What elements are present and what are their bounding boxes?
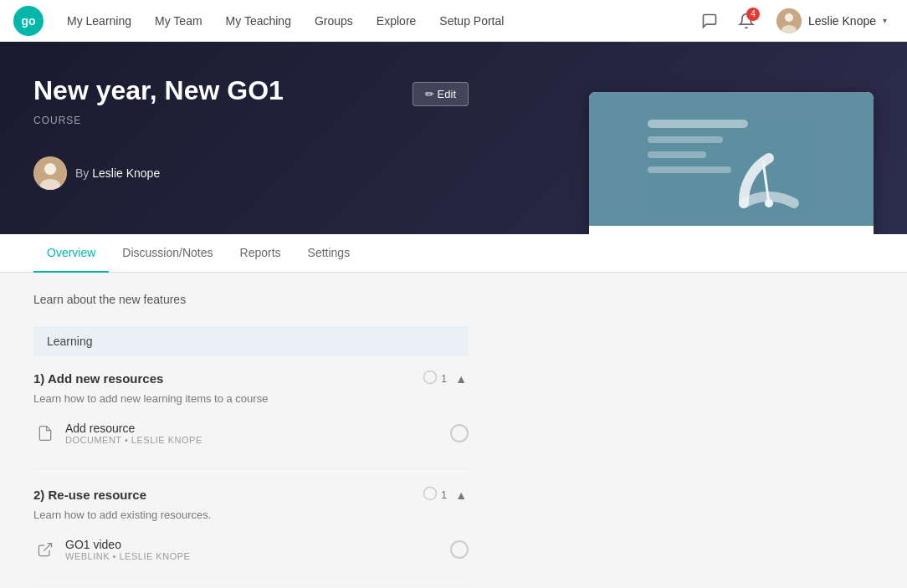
- tab-reports[interactable]: Reports: [227, 234, 295, 273]
- course-card: Share Assign ••• 0 assigned: [589, 92, 874, 234]
- user-menu-button[interactable]: Leslie Knope ▾: [770, 5, 894, 37]
- learning-item-1-desc: Learn how to add new learning items to a…: [33, 392, 469, 405]
- learning-section-header: Learning: [33, 326, 469, 356]
- learning-item-1: 1) Add new resources 1 ▲ Learn how to ad…: [33, 370, 469, 469]
- svg-point-23: [423, 488, 436, 500]
- circle-progress-icon: [423, 370, 438, 387]
- edit-button[interactable]: ✏ Edit: [413, 82, 469, 106]
- resource-2-info: GO1 video WEBLINK • LESLIE KNOPE: [65, 538, 190, 561]
- learning-item-2-desc: Learn how to add existing resources.: [33, 509, 469, 521]
- learning-item-1-title: 1) Add new resources: [33, 371, 163, 386]
- course-title: New year, New GO1: [33, 75, 284, 106]
- card-actions: Share Assign •••: [589, 226, 874, 234]
- svg-rect-6: [648, 120, 748, 128]
- resource-row-1: Add resource DOCUMENT • LESLIE KNOPE: [33, 415, 469, 452]
- resource-1-name: Add resource: [65, 422, 202, 435]
- nav-item-my-learning[interactable]: My Learning: [57, 9, 141, 33]
- resource-1-meta: DOCUMENT • LESLIE KNOPE: [65, 435, 202, 445]
- author-text: By Leslie Knope: [75, 166, 160, 180]
- resource-2-meta: WEBLINK • LESLIE KNOPE: [65, 551, 190, 561]
- learning-item-2: 2) Re-use resource 1 ▲ Learn how to add …: [33, 486, 469, 585]
- document-icon: [33, 422, 57, 445]
- nav-item-my-team[interactable]: My Team: [145, 9, 213, 33]
- chat-icon-button[interactable]: [696, 8, 723, 34]
- course-thumbnail: [589, 92, 874, 226]
- user-name-label: Leslie Knope: [808, 14, 876, 28]
- resource-row-2: GO1 video WEBLINK • LESLIE KNOPE: [33, 531, 469, 568]
- svg-point-22: [423, 371, 436, 384]
- learning-item-1-controls: 1 ▲: [423, 370, 469, 387]
- learning-item-1-header: 1) Add new resources 1 ▲: [33, 370, 469, 387]
- resource-left-1: Add resource DOCUMENT • LESLIE KNOPE: [33, 422, 202, 445]
- collapse-item-1-button[interactable]: ▲: [454, 371, 469, 387]
- nav-links: My Learning My Team My Teaching Groups E…: [57, 9, 696, 33]
- top-navigation: go My Learning My Team My Teaching Group…: [0, 0, 907, 42]
- resource-2-name: GO1 video: [65, 538, 190, 551]
- resource-2-completion-circle: [450, 540, 469, 559]
- svg-point-11: [765, 199, 773, 207]
- tab-overview[interactable]: Overview: [33, 234, 109, 273]
- course-description: Learn about the new features: [33, 293, 469, 306]
- notification-badge: 4: [746, 8, 760, 21]
- link-icon: [33, 538, 57, 561]
- svg-rect-9: [648, 166, 731, 173]
- resource-1-info: Add resource DOCUMENT • LESLIE KNOPE: [65, 422, 202, 445]
- tab-discussion[interactable]: Discussion/Notes: [109, 234, 226, 273]
- notification-icon-button[interactable]: 4: [733, 8, 760, 34]
- learning-item-2-header: 2) Re-use resource 1 ▲: [33, 486, 469, 504]
- user-avatar: [776, 8, 802, 33]
- collapse-item-2-button[interactable]: ▲: [454, 487, 469, 504]
- hero-section: New year, New GO1 COURSE ✏ Edit By Lesli…: [0, 42, 907, 234]
- learning-item-2-title: 2) Re-use resource: [33, 488, 146, 502]
- resource-1-completion-circle: [450, 424, 469, 442]
- nav-item-setup-portal[interactable]: Setup Portal: [429, 9, 514, 33]
- main-content: Learn about the new features Learning 1)…: [0, 273, 502, 588]
- svg-point-1: [785, 13, 793, 22]
- resource-left-2: GO1 video WEBLINK • LESLIE KNOPE: [33, 538, 190, 561]
- svg-rect-8: [648, 151, 706, 158]
- course-type-label: COURSE: [33, 115, 284, 126]
- learning-item-2-controls: 1 ▲: [423, 486, 469, 504]
- author-name: Leslie Knope: [92, 166, 160, 180]
- circle-progress-2-icon: [423, 486, 438, 504]
- nav-item-explore[interactable]: Explore: [366, 9, 426, 33]
- item-2-count: 1: [423, 486, 447, 504]
- user-menu-chevron-icon: ▾: [883, 16, 887, 25]
- item-1-count: 1: [423, 370, 447, 387]
- svg-point-4: [44, 163, 56, 175]
- app-logo[interactable]: go: [13, 6, 44, 36]
- nav-item-groups[interactable]: Groups: [305, 9, 363, 33]
- nav-icons: 4 Leslie Knope ▾: [696, 5, 894, 37]
- tab-bar: Overview Discussion/Notes Reports Settin…: [0, 234, 907, 273]
- nav-item-my-teaching[interactable]: My Teaching: [216, 9, 301, 33]
- svg-line-24: [44, 544, 51, 551]
- author-avatar: [33, 156, 67, 190]
- tab-settings[interactable]: Settings: [295, 234, 364, 273]
- svg-rect-7: [648, 136, 723, 143]
